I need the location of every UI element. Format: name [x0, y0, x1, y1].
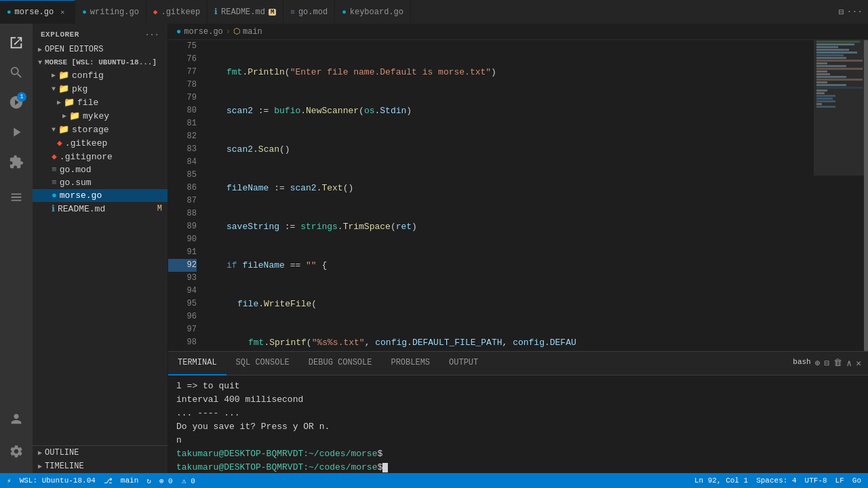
go-icon: ● [176, 27, 181, 37]
terminal-path1: :~/codes/morse [303, 449, 377, 459]
language-label[interactable]: Go [852, 476, 861, 485]
activity-source-control[interactable]: 1 [3, 89, 30, 116]
modified-badge: M [157, 204, 162, 214]
terminal-content[interactable]: l => to quit interval 400 millisecond ..… [168, 375, 868, 473]
remote-icon: ⚡ [7, 476, 12, 485]
sidebar-item-go-mod[interactable]: ≡ go.mod [33, 163, 167, 176]
outline-section[interactable]: ▶ OUTLINE [33, 446, 167, 460]
sidebar-item-config[interactable]: ▶ 📁 config [33, 68, 167, 82]
sidebar-item-gitignore[interactable]: ◆ .gitignore [33, 150, 167, 163]
tab-go-mod[interactable]: ≡ go.mod [283, 0, 335, 24]
item-label: README.md [58, 204, 105, 214]
activity-run[interactable] [3, 119, 30, 146]
wsl-label[interactable]: WSL: Ubuntu-18.04 [20, 476, 96, 485]
kill-terminal-icon[interactable]: 🗑 [833, 358, 842, 369]
tab-readme[interactable]: ℹ README.md M [208, 0, 283, 24]
item-label: .gitkeep [65, 138, 107, 148]
breadcrumb-symbol[interactable]: main [243, 27, 262, 37]
tab-debug-console[interactable]: DEBUG CONSOLE [299, 352, 382, 375]
split-editor-icon[interactable]: ⊟ [839, 7, 844, 18]
sidebar-item-mykey[interactable]: ▶ 📁 mykey [33, 109, 167, 123]
tab-close-morse-go[interactable]: ✕ [57, 7, 68, 18]
spaces-label[interactable]: Spaces: 4 [756, 476, 796, 485]
item-label: .gitignore [60, 152, 113, 162]
sidebar-header: EXPLORER ··· [33, 24, 167, 43]
activity-remote[interactable] [3, 184, 30, 211]
sidebar-item-gitkeep[interactable]: ◆ .gitkeep [33, 136, 167, 150]
line-col-label[interactable]: Ln 92, Col 1 [694, 476, 748, 485]
sidebar-item-file[interactable]: ▶ 📁 file [33, 96, 167, 109]
info-icon: ℹ [52, 203, 55, 214]
workspace-section[interactable]: ▼ MORSE [WSL: UBUNTU-18...] [33, 56, 167, 68]
tab-output[interactable]: OUTPUT [439, 352, 488, 375]
terminal-path2: :~/codes/morse [303, 462, 377, 472]
sidebar-item-go-sum[interactable]: ≡ go.sum [33, 176, 167, 189]
close-panel-icon[interactable]: ✕ [856, 358, 861, 369]
breadcrumb-symbol-icon: ⬡ [233, 26, 240, 37]
sidebar: EXPLORER ··· ▶ OPEN EDITORS ▼ MORSE [WSL… [33, 24, 168, 473]
activity-account[interactable] [3, 405, 30, 432]
minimap[interactable] [814, 40, 868, 351]
folder-icon: 📁 [64, 97, 75, 108]
open-editors-label: OPEN EDITORS [45, 45, 103, 54]
mod-icon: ≡ [290, 8, 295, 16]
activity-search[interactable] [3, 59, 30, 86]
breadcrumb-separator: › [226, 27, 231, 37]
gitignore-icon: ◆ [52, 151, 57, 162]
line-numbers: 75767778 79808182 83848586 87888990 9192… [168, 40, 202, 351]
panel: TERMINAL SQL CONSOLE DEBUG CONSOLE PROBL… [168, 351, 868, 473]
chevron-right-icon: ▶ [62, 112, 66, 120]
breadcrumb: ● morse.go › ⬡ main [168, 24, 868, 40]
go-icon: ● [82, 8, 87, 16]
output-tab-label: OUTPUT [449, 358, 478, 367]
chevron-down-icon: ▼ [52, 85, 56, 93]
more-actions-icon[interactable]: ··· [847, 7, 863, 18]
new-terminal-icon[interactable]: ⊕ [815, 358, 821, 369]
folder-icon: 📁 [58, 70, 69, 81]
tab-gitkeep[interactable]: ◆ .gitkeep [146, 0, 208, 24]
timeline-section[interactable]: ▶ TIMELINE [33, 460, 167, 473]
sidebar-more-icon[interactable]: ··· [145, 30, 159, 39]
tab-terminal[interactable]: TERMINAL [168, 352, 226, 375]
activity-extensions[interactable] [3, 148, 30, 176]
sidebar-item-readme[interactable]: ℹ README.md M [33, 202, 167, 216]
branch-label[interactable]: main [121, 476, 138, 485]
sync-icon[interactable]: ↻ [146, 476, 151, 485]
item-label: go.sum [60, 178, 92, 188]
item-label: config [72, 70, 104, 81]
tab-morse-go[interactable]: ● morse.go ✕ [0, 0, 75, 24]
open-editors-section[interactable]: ▶ OPEN EDITORS [33, 43, 167, 56]
chevron-right-icon: ▶ [52, 71, 56, 79]
sidebar-item-pkg[interactable]: ▼ 📁 pkg [33, 82, 167, 96]
collapse-panel-icon[interactable]: ∧ [846, 358, 852, 369]
info-icon: ℹ [214, 7, 218, 17]
tab-writing-go[interactable]: ● writing.go [75, 0, 146, 24]
chevron-down-icon: ▼ [38, 59, 42, 66]
errors-label[interactable]: ⊗ 0 ⚠ 0 [159, 476, 195, 485]
line-ending-label[interactable]: LF [835, 476, 844, 485]
breadcrumb-file[interactable]: morse.go [184, 27, 223, 37]
split-terminal-icon[interactable]: ⊟ [825, 358, 830, 369]
terminal-cursor [382, 463, 388, 472]
tab-sql-console[interactable]: SQL CONSOLE [226, 352, 299, 375]
mod-icon: ≡ [52, 165, 57, 175]
chevron-right-icon: ▶ [38, 449, 42, 457]
sidebar-item-storage[interactable]: ▼ 📁 storage [33, 123, 167, 136]
folder-icon: 📁 [58, 83, 69, 94]
terminal-user2: takumaru@DESKTOP-BQMRVDT [176, 462, 303, 472]
activity-settings[interactable] [3, 438, 30, 465]
git-icon: ◆ [153, 7, 158, 16]
debug-console-tab-label: DEBUG CONSOLE [309, 358, 372, 367]
sidebar-item-morse-go[interactable]: ● morse.go [33, 189, 167, 202]
problems-tab-label: PROBLEMS [391, 358, 430, 367]
activity-explorer[interactable] [3, 29, 30, 56]
encoding-label[interactable]: UTF-8 [805, 476, 827, 485]
sidebar-bottom: ▶ OUTLINE ▶ TIMELINE [33, 445, 167, 473]
tab-problems[interactable]: PROBLEMS [381, 352, 439, 375]
chevron-down-icon: ▼ [52, 126, 56, 134]
code-content[interactable]: fmt.Println("Enter file name.Default is … [202, 40, 814, 351]
tab-keyboard-go[interactable]: ● keyboard.go [335, 0, 411, 24]
code-editor: 75767778 79808182 83848586 87888990 9192… [168, 40, 868, 351]
go-icon: ● [7, 8, 12, 16]
chevron-right-icon: ▶ [38, 45, 42, 54]
